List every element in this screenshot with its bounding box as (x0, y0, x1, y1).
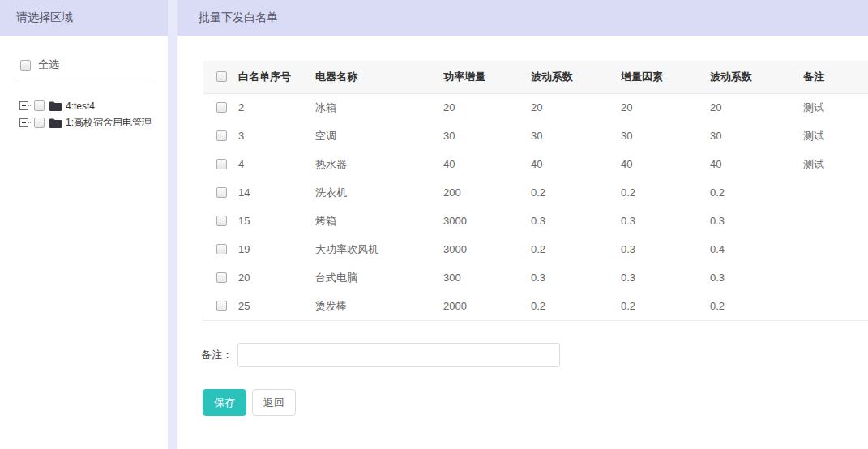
table-row: 2冰箱20202020测试 (203, 93, 868, 122)
region-tree: 4:test4 1:高校宿舍用电管理 (19, 97, 168, 131)
cell-remark (803, 235, 868, 263)
folder-icon (49, 118, 62, 128)
cell-factor: 0.3 (621, 263, 710, 292)
cell-coef1: 0.2 (531, 235, 621, 263)
cell-power: 200 (443, 178, 531, 207)
tree-node-label[interactable]: 1:高校宿舍用电管理 (66, 116, 152, 130)
cell-power: 30 (443, 122, 531, 150)
cell-coef2: 40 (710, 150, 803, 178)
cell-power: 300 (443, 263, 531, 292)
cell-remark: 测试 (803, 93, 868, 122)
row-checkbox[interactable] (216, 187, 227, 198)
save-button[interactable]: 保存 (203, 389, 246, 416)
cell-coef1: 0.2 (531, 292, 621, 320)
select-all-row: 全选 (20, 58, 168, 72)
table-body: 2冰箱20202020测试3空调30303030测试4热水器40404040测试… (203, 93, 868, 320)
table-row: 4热水器40404040测试 (203, 150, 868, 178)
actions-row: 保存 返回 (203, 389, 868, 416)
tree-node: 4:test4 (19, 97, 168, 114)
cell-name: 洗衣机 (315, 178, 443, 207)
cell-seq: 2 (238, 93, 315, 122)
table-row: 19大功率吹风机30000.20.30.4 (203, 235, 868, 263)
table-row: 20台式电脑3000.30.30.3 (203, 263, 868, 292)
col-header-seq: 白名单序号 (238, 61, 315, 93)
row-checkbox-cell (203, 93, 238, 122)
row-checkbox[interactable] (216, 272, 227, 283)
row-checkbox[interactable] (216, 130, 227, 141)
row-checkbox-cell (203, 292, 238, 320)
sidebar-header: 请选择区域 (0, 0, 168, 36)
cell-coef2: 0.2 (710, 292, 803, 320)
cell-factor: 0.2 (621, 292, 710, 320)
row-checkbox[interactable] (216, 216, 227, 226)
cell-name: 空调 (315, 122, 443, 150)
cell-name: 热水器 (315, 150, 443, 178)
region-sidebar: 请选择区域 全选 4:test4 1:高校宿舍用电管理 (0, 0, 168, 449)
table-row: 3空调30303030测试 (203, 122, 868, 150)
col-header-coef1: 波动系数 (531, 61, 621, 93)
cell-coef1: 30 (531, 122, 621, 150)
row-checkbox[interactable] (216, 244, 227, 254)
remark-label: 备注： (201, 348, 233, 362)
cell-name: 大功率吹风机 (315, 235, 443, 263)
row-checkbox[interactable] (216, 301, 227, 311)
cell-coef1: 20 (531, 93, 621, 122)
col-header-coef2: 波动系数 (710, 61, 803, 93)
cell-remark (803, 178, 868, 207)
tree-node-label[interactable]: 4:test4 (66, 100, 95, 112)
table-header-row: 白名单序号 电器名称 功率增量 波动系数 增量因素 波动系数 备注 (203, 61, 868, 93)
cell-factor: 0.2 (621, 178, 710, 207)
back-button[interactable]: 返回 (252, 389, 296, 416)
cell-power: 3000 (443, 207, 531, 235)
cell-coef2: 20 (710, 93, 803, 122)
col-header-remark: 备注 (803, 61, 868, 93)
cell-seq: 25 (238, 292, 315, 320)
row-checkbox-cell (203, 263, 238, 292)
panel-gap (168, 0, 177, 449)
select-all-checkbox[interactable] (20, 60, 31, 71)
cell-remark (803, 207, 868, 235)
cell-coef1: 40 (531, 150, 621, 178)
cell-coef2: 0.3 (710, 263, 803, 292)
remark-input[interactable] (237, 343, 560, 367)
cell-coef2: 0.4 (710, 235, 803, 263)
tree-connector (28, 105, 32, 106)
row-checkbox[interactable] (216, 159, 227, 169)
cell-remark (803, 263, 868, 292)
col-header-power: 功率增量 (443, 61, 531, 93)
cell-coef1: 0.3 (531, 207, 621, 235)
page-title: 批量下发白名单 (199, 11, 278, 25)
cell-remark: 测试 (803, 150, 868, 178)
row-checkbox[interactable] (216, 102, 227, 113)
cell-seq: 15 (238, 207, 315, 235)
cell-seq: 19 (238, 235, 315, 263)
tree-node: 1:高校宿舍用电管理 (19, 114, 168, 131)
row-checkbox-cell (203, 150, 238, 178)
select-all-label[interactable]: 全选 (38, 58, 59, 72)
cell-coef1: 0.2 (531, 178, 621, 207)
header-select-all-checkbox[interactable] (216, 71, 227, 82)
row-checkbox-cell (203, 178, 238, 207)
cell-name: 台式电脑 (315, 263, 443, 292)
cell-factor: 0.3 (621, 235, 710, 263)
panel-title-bar: 批量下发白名单 (177, 0, 868, 36)
sidebar-divider (15, 83, 153, 83)
col-header-factor: 增量因素 (621, 61, 710, 93)
cell-factor: 30 (621, 122, 710, 150)
cell-coef2: 30 (710, 122, 803, 150)
table-row: 25烫发棒20000.20.20.2 (203, 292, 868, 320)
row-checkbox-cell (203, 207, 238, 235)
row-checkbox-cell (203, 122, 238, 150)
expand-plus-icon[interactable] (19, 118, 28, 127)
cell-factor: 20 (621, 93, 710, 122)
sidebar-title: 请选择区域 (16, 11, 73, 25)
remark-form-row: 备注： (201, 343, 868, 367)
tree-node-checkbox[interactable] (34, 100, 45, 111)
cell-factor: 40 (621, 150, 710, 178)
cell-coef2: 0.3 (710, 207, 803, 235)
tree-node-checkbox[interactable] (34, 118, 45, 128)
cell-seq: 4 (238, 150, 315, 178)
expand-plus-icon[interactable] (19, 101, 28, 110)
folder-icon (49, 101, 62, 111)
cell-power: 3000 (443, 235, 531, 263)
